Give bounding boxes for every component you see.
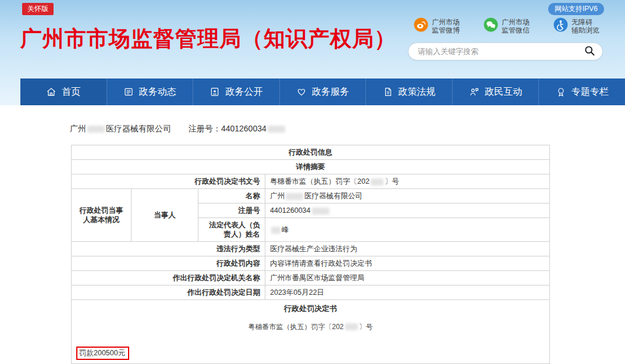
nav-item-special[interactable]: 专题专栏 bbox=[538, 78, 625, 105]
penalty-content-value: 内容详情请查看行政处罚决定书 bbox=[265, 256, 550, 271]
penalty-content-label: 行政处罚内容 bbox=[72, 256, 265, 271]
redaction bbox=[371, 179, 383, 185]
site-header: 关怀版 网站支持IPV6 广州市市场监督管理局（知识产权局） 广州市场监管微博 bbox=[0, 0, 625, 105]
reg-no-label: 注册号 bbox=[198, 204, 265, 218]
search-input[interactable] bbox=[418, 47, 584, 56]
doc-no-label: 行政处罚决定书文号 bbox=[72, 174, 265, 189]
table-title: 行政处罚信息 bbox=[72, 145, 550, 160]
redaction bbox=[345, 323, 358, 330]
decision-date-value: 2023年05月22日 bbox=[265, 286, 550, 300]
accessibility-label: 无障碍辅助浏览 bbox=[571, 18, 599, 34]
main-content: 广州医疗器械有限公司 注册号：4401260034 行政处罚信息 详情摘要 行政… bbox=[0, 124, 625, 364]
doc-no-value: 粤穗番市监（执五）罚字〔202〕号 bbox=[265, 174, 550, 189]
legal-rep-value: 峰 bbox=[265, 218, 550, 242]
legal-rep-label: 法定代表人（负责人）姓名 bbox=[198, 218, 265, 242]
decision-title: 行政处罚决定书 bbox=[76, 304, 545, 313]
search-box bbox=[408, 42, 603, 60]
decision-document-cell: 行政处罚决定书 粤穗番市监（执五）罚字〔202〕号 罚款200500元 bbox=[72, 300, 550, 364]
nav-item-laws[interactable]: 政策法规 bbox=[365, 78, 452, 105]
home-icon bbox=[46, 87, 56, 97]
name-value: 广州医疗器械有限公司 bbox=[265, 189, 550, 204]
authority-value: 广州市番禺区市场监督管理局 bbox=[265, 271, 550, 286]
header-right: 广州市场监管微博 广州市场监管微信 无障碍辅助浏 bbox=[408, 17, 603, 60]
summary-title: 详情摘要 bbox=[72, 160, 550, 174]
search-icon bbox=[584, 45, 595, 58]
company-header-line: 广州医疗器械有限公司 注册号：4401260034 bbox=[70, 124, 625, 134]
accessibility-link[interactable]: 无障碍辅助浏览 bbox=[553, 17, 599, 34]
accessibility-icon bbox=[553, 17, 568, 34]
ipv6-badge: 网站支持IPV6 bbox=[548, 3, 604, 15]
wechat-link[interactable]: 广州市场监管微信 bbox=[484, 17, 530, 34]
page: 关怀版 网站支持IPV6 广州市市场监督管理局（知识产权局） 广州市场监管微博 bbox=[0, 0, 625, 364]
care-mode-badge[interactable]: 关怀版 bbox=[22, 3, 54, 15]
decision-doc-no: 粤穗番市监（执五）罚字〔202〕号 bbox=[76, 322, 545, 331]
wechat-icon bbox=[484, 17, 498, 34]
news-icon bbox=[123, 87, 134, 97]
penalty-info-table: 行政处罚信息 详情摘要 行政处罚决定书文号 粤穗番市监（执五）罚字〔202〕号 … bbox=[71, 145, 550, 364]
violation-type-label: 违法行为类型 bbox=[72, 242, 265, 256]
nav-item-disclosure[interactable]: 政务公开 bbox=[193, 78, 279, 105]
interaction-icon bbox=[469, 87, 480, 97]
nav-item-interaction[interactable]: 政民互动 bbox=[452, 78, 539, 105]
name-label: 名称 bbox=[198, 189, 265, 204]
redaction bbox=[286, 193, 303, 200]
fine-line: 罚款200500元 bbox=[76, 347, 545, 360]
redaction bbox=[268, 126, 285, 133]
fine-amount-highlight: 罚款200500元 bbox=[76, 347, 129, 360]
law-doc-icon bbox=[383, 87, 393, 97]
authority-label: 作出行政处罚决定机关名称 bbox=[72, 271, 265, 286]
social-links: 广州市场监管微博 广州市场监管微信 无障碍辅助浏 bbox=[408, 17, 603, 34]
nav-item-news[interactable]: 政务动态 bbox=[106, 78, 193, 105]
weibo-icon bbox=[414, 17, 428, 34]
special-badge-icon bbox=[556, 87, 566, 97]
wechat-label: 广州市场监管微信 bbox=[502, 18, 530, 34]
service-heart-icon bbox=[296, 87, 307, 97]
weibo-link[interactable]: 广州市场监管微博 bbox=[414, 17, 460, 34]
decision-date-label: 作出行政处罚决定日期 bbox=[72, 286, 265, 300]
site-title: 广州市市场监督管理局（知识产权局） bbox=[20, 24, 396, 53]
redaction bbox=[312, 208, 329, 215]
redaction bbox=[271, 227, 280, 234]
party-label: 当事人 bbox=[132, 189, 198, 242]
party-group-label: 行政处罚当事人基本情况 bbox=[72, 189, 132, 242]
nav-item-home[interactable]: 首页 bbox=[20, 78, 106, 105]
redaction bbox=[87, 126, 105, 133]
main-nav: 首页 政务动态 政务公开 政务服务 bbox=[20, 78, 625, 105]
search-button[interactable] bbox=[584, 45, 595, 58]
reg-no-value: 4401260034 bbox=[265, 204, 550, 218]
fine-amount-text: 罚款200500元 bbox=[79, 349, 125, 357]
weibo-label: 广州市场监管微博 bbox=[432, 18, 460, 34]
disclosure-icon bbox=[209, 87, 220, 97]
nav-item-services[interactable]: 政务服务 bbox=[279, 78, 366, 105]
violation-type-value: 医疗器械生产企业违法行为 bbox=[265, 242, 550, 256]
